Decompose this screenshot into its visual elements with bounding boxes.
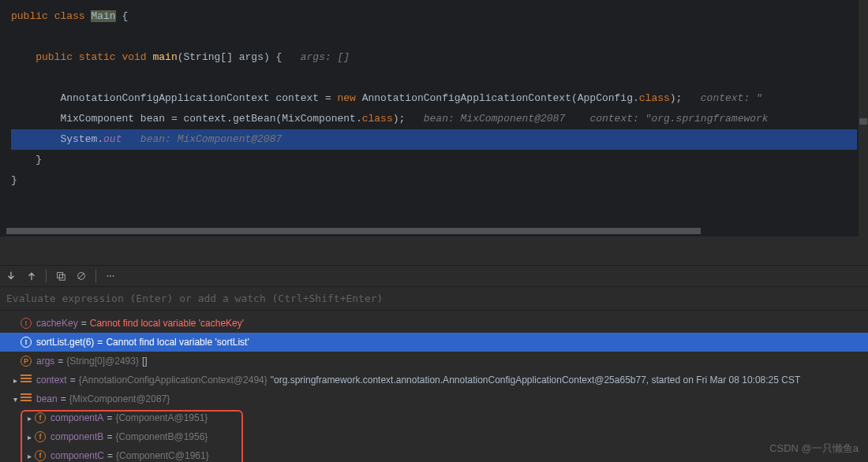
svg-point-4 bbox=[110, 275, 111, 277]
horizontal-scrollbar[interactable] bbox=[0, 227, 859, 235]
var-row-context[interactable]: ▸ context = {AnnotationConfigApplication… bbox=[0, 371, 868, 389]
code-line[interactable]: } bbox=[11, 150, 857, 170]
separator bbox=[95, 270, 96, 282]
code-editor[interactable]: public class Main { public static void m… bbox=[0, 0, 868, 237]
var-row-field[interactable]: ▸ f componentA = {ComponentA@1951} bbox=[0, 408, 868, 427]
panel-divider bbox=[0, 237, 868, 265]
separator bbox=[46, 270, 47, 282]
debug-toolbar bbox=[0, 265, 868, 287]
svg-rect-0 bbox=[58, 273, 63, 278]
evaluate-expression-input[interactable]: Evaluate expression (Enter) or add a wat… bbox=[0, 287, 868, 311]
code-line-current[interactable]: System.out bean: MixComponent@2087 bbox=[11, 129, 857, 150]
step-down-icon[interactable] bbox=[5, 270, 17, 282]
var-row-field[interactable]: ▸ f componentB = {ComponentB@1956} bbox=[0, 427, 868, 446]
svg-rect-1 bbox=[59, 274, 65, 280]
expand-arrow-icon[interactable]: ▸ bbox=[24, 433, 35, 442]
svg-point-5 bbox=[113, 275, 114, 277]
parameter-icon: P bbox=[21, 356, 32, 367]
field-icon: f bbox=[35, 450, 46, 461]
field-icon: f bbox=[35, 431, 46, 442]
svg-point-3 bbox=[107, 275, 109, 277]
error-icon: ! bbox=[21, 337, 32, 348]
step-up-icon[interactable] bbox=[25, 270, 38, 282]
error-icon: ! bbox=[21, 318, 32, 329]
code-line[interactable]: public class Main { bbox=[11, 6, 857, 27]
object-icon bbox=[21, 374, 32, 386]
copy-icon[interactable] bbox=[54, 270, 67, 282]
expand-arrow-icon[interactable]: ▸ bbox=[9, 376, 21, 385]
var-row-args[interactable]: P args = {String[0]@2493} [] bbox=[0, 352, 868, 371]
code-line[interactable] bbox=[11, 27, 857, 47]
var-row-field[interactable]: ▸ f componentC = {ComponentC@1961} bbox=[0, 446, 868, 462]
mute-icon[interactable] bbox=[75, 270, 88, 282]
watermark: CSDN @一只懒鱼a bbox=[769, 442, 859, 456]
expand-arrow-icon[interactable]: ▸ bbox=[24, 414, 35, 423]
code-line[interactable]: } bbox=[11, 170, 857, 191]
variables-panel: ! cacheKey = Cannot find local variable … bbox=[0, 311, 868, 462]
expand-arrow-icon[interactable]: ▸ bbox=[24, 452, 35, 460]
field-icon: f bbox=[35, 412, 46, 423]
code-line[interactable]: AnnotationConfigApplicationContext conte… bbox=[11, 88, 857, 109]
code-line[interactable]: MixComponent bean = context.getBean(MixC… bbox=[11, 109, 857, 129]
collapse-arrow-icon[interactable]: ▾ bbox=[9, 395, 21, 404]
watch-row-selected[interactable]: ! sortList.get(6) = Cannot find local va… bbox=[0, 333, 868, 352]
vertical-scrollbar[interactable] bbox=[859, 0, 868, 237]
more-icon[interactable] bbox=[104, 270, 117, 282]
object-icon bbox=[21, 393, 32, 404]
code-line[interactable]: public static void main(String[] args) {… bbox=[11, 47, 857, 68]
watch-row-error[interactable]: ! cacheKey = Cannot find local variable … bbox=[0, 314, 868, 333]
var-row-bean[interactable]: ▾ bean = {MixComponent@2087} bbox=[0, 389, 868, 408]
code-line[interactable] bbox=[11, 68, 857, 88]
